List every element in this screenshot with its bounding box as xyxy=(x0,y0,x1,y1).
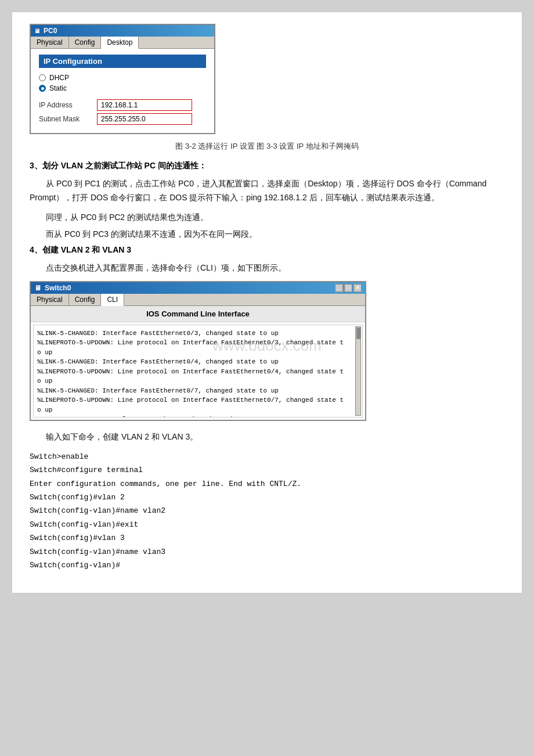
code-line-7: Switch(config)#vlan 3 xyxy=(30,531,504,545)
page-container: 🖥 PC0 Physical Config Desktop IP Configu… xyxy=(12,12,522,593)
pc-icon: 🖥 xyxy=(34,28,40,34)
static-label: Static xyxy=(49,84,67,92)
switch0-window: 🖥 Switch0 _ □ ✕ Physical Config CLI IOS … xyxy=(30,281,366,421)
pc0-titlebar: 🖥 PC0 xyxy=(31,25,214,37)
section4-heading: 4、创建 VLAN 2 和 VLAN 3 xyxy=(30,245,504,255)
switch0-tabs: Physical Config CLI xyxy=(31,294,365,306)
caption1: 图 3-2 选择运行 IP 设置 图 3-3 设置 IP 地址和子网掩码 xyxy=(30,141,504,152)
switch-tab-cli[interactable]: CLI xyxy=(101,294,124,306)
switch-icon: 🖥 xyxy=(34,284,41,292)
code-line-3: Enter configuration commands, one per li… xyxy=(30,477,504,491)
minimize-button[interactable]: _ xyxy=(335,284,343,292)
subnet-mask-row: Subnet Mask xyxy=(39,113,206,125)
cli-line-8: %LINEPROTO-5-UPDOWN: Line protocol on In… xyxy=(37,395,359,405)
para2: 同理，从 PC0 到 PC2 的测试结果也为连通。 xyxy=(46,211,504,225)
cli-terminal[interactable]: %LINK-5-CHANGED: Interface FastEthernet0… xyxy=(33,325,363,417)
cli-line-1: %LINK-5-CHANGED: Interface FastEthernet0… xyxy=(37,329,359,339)
dhcp-row: DHCP xyxy=(39,74,206,82)
switch0-titlebar: 🖥 Switch0 _ □ ✕ xyxy=(31,282,365,294)
win-controls: _ □ ✕ xyxy=(335,284,362,292)
switch-tab-config[interactable]: Config xyxy=(69,294,102,305)
cli-header: IOS Command Line Interface xyxy=(31,306,365,322)
switch0-content: IOS Command Line Interface %LINK-5-CHANG… xyxy=(31,306,365,417)
ip-address-label: IP Address xyxy=(39,101,97,109)
code-line-2: Switch#configure terminal xyxy=(30,463,504,477)
cli-line-7: %LINK-5-CHANGED: Interface FastEthernet0… xyxy=(37,386,359,396)
code-block: Switch>enable Switch#configure terminal … xyxy=(30,450,504,573)
switch-tab-physical[interactable]: Physical xyxy=(31,294,69,305)
ip-fields: IP Address Subnet Mask xyxy=(39,99,206,125)
scrollbar-thumb xyxy=(356,327,361,339)
subnet-mask-input[interactable] xyxy=(97,113,192,125)
ip-config-header: IP Configuration xyxy=(39,55,206,68)
radio-group: DHCP Static xyxy=(39,74,206,92)
cli-line-10: %LINK-5-CHANGED: Interface FastEthernet0… xyxy=(37,415,359,417)
dhcp-radio[interactable] xyxy=(39,74,46,81)
pc0-tabs: Physical Config Desktop xyxy=(31,37,214,49)
code-line-5: Switch(config-vlan)#name vlan2 xyxy=(30,504,504,517)
switch0-title: Switch0 xyxy=(45,284,71,292)
code-line-4: Switch(config)#vlan 2 xyxy=(30,491,504,504)
dhcp-label: DHCP xyxy=(49,74,69,82)
close-button[interactable]: ✕ xyxy=(353,284,362,292)
tab-physical[interactable]: Physical xyxy=(31,37,69,48)
cli-line-2: %LINEPROTO-5-UPDOWN: Line protocol on In… xyxy=(37,338,359,348)
cli-line-9: o up xyxy=(37,405,359,415)
para4: 点击交换机进入其配置界面，选择命令行（CLI）项，如下图所示。 xyxy=(30,261,504,275)
section3-heading: 3、划分 VLAN 之前测试工作站 PC 间的连通性： xyxy=(30,161,504,171)
subnet-mask-label: Subnet Mask xyxy=(39,115,97,123)
static-radio[interactable] xyxy=(39,85,46,92)
cli-line-5: %LINEPROTO-5-UPDOWN: Line protocol on In… xyxy=(37,367,359,377)
cli-line-4: %LINK-5-CHANGED: Interface FastEthernet0… xyxy=(37,357,359,367)
tab-config[interactable]: Config xyxy=(69,37,102,48)
tab-desktop[interactable]: Desktop xyxy=(101,37,139,49)
pc0-content: IP Configuration DHCP Static IP Address … xyxy=(31,49,214,133)
maximize-button[interactable]: □ xyxy=(344,284,352,292)
para1: 从 PC0 到 PC1 的测试，点击工作站 PC0，进入其配置窗口，选择桌面（D… xyxy=(30,177,504,205)
cli-line-3: o up xyxy=(37,348,359,358)
cli-output: %LINK-5-CHANGED: Interface FastEthernet0… xyxy=(37,329,359,417)
para5: 输入如下命令，创建 VLAN 2 和 VLAN 3。 xyxy=(46,430,504,444)
ip-address-input[interactable] xyxy=(97,99,192,111)
ip-address-row: IP Address xyxy=(39,99,206,111)
code-line-1: Switch>enable xyxy=(30,450,504,463)
code-line-9: Switch(config-vlan)# xyxy=(30,559,504,572)
cli-line-6: o up xyxy=(37,376,359,386)
pc0-window: 🖥 PC0 Physical Config Desktop IP Configu… xyxy=(30,24,215,134)
code-line-8: Switch(config-vlan)#name vlan3 xyxy=(30,545,504,559)
cli-scrollbar[interactable] xyxy=(355,326,361,416)
para3: 而从 PC0 到 PC3 的测试结果不连通，因为不在同一网段。 xyxy=(46,228,504,242)
code-line-6: Switch(config-vlan)#exit xyxy=(30,518,504,531)
static-row: Static xyxy=(39,84,206,92)
pc0-title: PC0 xyxy=(44,27,57,35)
